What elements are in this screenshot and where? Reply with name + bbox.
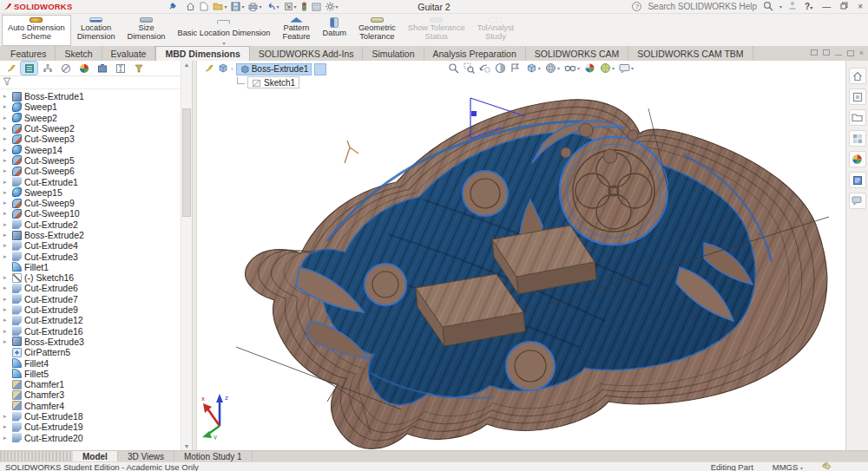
print-icon[interactable]: ▾ — [248, 3, 261, 11]
breadcrumb-body-icon[interactable] — [217, 62, 228, 75]
help-menu-button[interactable]: ?▾ — [803, 2, 814, 11]
tree-item[interactable]: ▸ Chamfer3 — [3, 389, 180, 400]
hide-show-items-icon[interactable]: ▾ — [564, 62, 580, 74]
ribbon-button[interactable]: Geometric Tolerance ▾ — [352, 15, 402, 46]
tree-item[interactable]: ▸ Cut-Sweep6 — [3, 166, 180, 176]
feature-manager-tree-icon[interactable] — [3, 62, 19, 75]
tree-item[interactable]: ▸ Boss-Extrude1 — [3, 91, 180, 101]
tree-item[interactable]: ▸ Cut-Extrude7 — [3, 294, 180, 304]
display-style-caret-icon[interactable]: ▾ — [557, 65, 560, 71]
tree-item[interactable]: ▸ Sweep1 — [3, 101, 180, 112]
zoom-to-area-icon[interactable] — [464, 62, 475, 74]
display-style-icon[interactable]: ▾ — [545, 62, 560, 74]
undo-caret-icon[interactable]: ▾ — [277, 3, 279, 10]
tree-item[interactable]: ▸ Cut-Sweep10 — [3, 208, 180, 219]
tree-expand-arrow-icon[interactable]: ▸ — [3, 103, 10, 110]
hide-show-caret-icon[interactable]: ▾ — [577, 65, 580, 71]
user-icon[interactable] — [788, 1, 797, 12]
command-tab[interactable]: SOLIDWORKS CAM TBM — [628, 46, 753, 61]
zoom-to-fit-icon[interactable] — [448, 62, 459, 74]
tree-expand-arrow-icon[interactable]: ▸ — [3, 125, 10, 132]
open-caret-icon[interactable]: ▾ — [224, 3, 227, 10]
view-orientation-caret-icon[interactable]: ▾ — [538, 65, 541, 71]
ribbon-button[interactable]: Show Tolerance Status ▾ — [402, 15, 471, 46]
doc-window-icon[interactable] — [823, 49, 830, 56]
ribbon-button[interactable]: Size Dimension ▾ — [122, 15, 172, 46]
save-caret-icon[interactable]: ▾ — [241, 3, 244, 10]
tree-item[interactable]: ▸ Cut-Extrude3 — [3, 251, 180, 261]
tree-item[interactable]: ▸ Fillet1 — [3, 262, 180, 272]
tree-item[interactable]: ▸ Cut-Sweep5 — [3, 155, 180, 166]
tree-item[interactable]: ▸ Boss-Extrude3 — [3, 337, 180, 347]
tree-expand-arrow-icon[interactable]: ▸ — [3, 296, 10, 303]
command-tab[interactable]: MBD Dimensions — [155, 46, 249, 61]
ribbon-button-caret-icon[interactable]: ▾ — [222, 42, 225, 45]
tree-expand-arrow-icon[interactable]: ▸ — [3, 328, 10, 335]
undo-icon[interactable]: ▾ — [266, 3, 279, 11]
tree-expand-arrow-icon[interactable]: ▸ — [3, 210, 10, 217]
tree-item[interactable]: ▸ (-) Sketch16 — [3, 272, 180, 283]
scroll-up-icon[interactable]: ▲ — [181, 62, 192, 68]
taskpane-forum-icon[interactable] — [849, 193, 866, 209]
new-document-icon[interactable] — [200, 2, 208, 11]
pin-icon[interactable] — [169, 2, 177, 11]
display-manager-icon[interactable] — [76, 62, 92, 75]
breadcrumb-part-icon[interactable] — [204, 63, 214, 75]
file-properties-icon[interactable] — [312, 3, 321, 11]
doc-close-icon[interactable]: × — [859, 49, 864, 56]
tree-expand-arrow-icon[interactable]: ▸ — [3, 413, 10, 420]
help-circle-icon[interactable]: ? — [632, 2, 641, 11]
tree-item[interactable]: ▸ Sweep2 — [3, 113, 180, 123]
apply-scene-icon[interactable]: ▾ — [600, 62, 615, 74]
breadcrumb-face-chip[interactable] — [314, 63, 326, 75]
tree-expand-arrow-icon[interactable]: ▸ — [3, 147, 10, 154]
breadcrumb-child-sketch[interactable]: Sketch1 — [247, 76, 299, 88]
tree-item[interactable]: ▸ Fillet5 — [3, 369, 180, 379]
tree-expand-arrow-icon[interactable]: ▸ — [3, 135, 10, 142]
ribbon-button[interactable]: Auto Dimension Scheme ▾ — [2, 15, 71, 46]
command-tab[interactable]: Evaluate — [102, 46, 156, 61]
units-selector[interactable]: MMGS ▾ — [773, 462, 803, 471]
tree-item[interactable]: ▸ Cut-Extrude1 — [3, 176, 180, 186]
tree-expand-arrow-icon[interactable]: ▸ — [3, 167, 10, 174]
tree-expand-arrow-icon[interactable]: ▸ — [3, 435, 10, 442]
tree-item[interactable]: ▸ Cut-Extrude4 — [3, 240, 180, 251]
search-icon[interactable] — [763, 1, 773, 13]
view-orientation-icon[interactable]: ▾ — [526, 62, 541, 74]
tree-item[interactable]: ▸ Boss-Extrude2 — [3, 230, 180, 240]
tree-expand-arrow-icon[interactable]: ▸ — [3, 221, 10, 228]
tree-expand-arrow-icon[interactable]: ▸ — [3, 423, 10, 430]
open-icon[interactable]: ▾ — [213, 2, 227, 11]
doc-minimize-icon[interactable] — [835, 55, 842, 56]
cam-operation-icon[interactable] — [112, 62, 128, 75]
tree-item[interactable]: ▸ Chamfer1 — [3, 379, 180, 389]
taskpane-file-explorer-icon[interactable] — [849, 109, 866, 126]
tree-item[interactable]: ▸ Cut-Extrude16 — [3, 326, 180, 337]
rebuild-icon[interactable] — [301, 2, 307, 11]
previous-view-icon[interactable] — [479, 62, 490, 74]
tree-item[interactable]: ▸ Chamfer4 — [3, 401, 180, 411]
command-tab[interactable]: Simulation — [363, 46, 424, 61]
taskpane-home-icon[interactable] — [849, 68, 866, 84]
breadcrumb-selected-feature[interactable]: Boss-Extrude1 — [236, 63, 312, 75]
tree-expand-arrow-icon[interactable]: ▸ — [3, 242, 10, 249]
bottom-tab[interactable]: Model — [73, 451, 118, 461]
command-tab[interactable]: SOLIDWORKS CAM — [526, 46, 628, 61]
tree-expand-arrow-icon[interactable]: ▸ — [3, 317, 10, 324]
ribbon-button[interactable]: TolAnalyst Study ▾ — [471, 15, 520, 46]
close-button[interactable]: × — [856, 2, 865, 11]
tree-item[interactable]: ▸ Sweep14 — [3, 144, 180, 154]
tree-item[interactable]: ▸ Cut-Extrude18 — [3, 411, 180, 422]
search-help-input[interactable]: Search SOLIDWORKS Help — [648, 2, 757, 11]
dynamic-annotation-icon[interactable] — [510, 62, 522, 74]
tree-item[interactable]: ▸ Cut-Sweep3 — [3, 134, 180, 144]
tree-item[interactable]: ▸ Cut-Extrude9 — [3, 304, 180, 315]
command-tab[interactable]: Sketch — [56, 46, 102, 61]
taskpane-appearances-icon[interactable] — [849, 151, 866, 167]
tree-item[interactable]: ▸ Cut-Extrude20 — [3, 433, 180, 443]
restore-button[interactable] — [838, 2, 850, 11]
tree-expand-arrow-icon[interactable]: ▸ — [3, 274, 10, 281]
command-tab[interactable]: SOLIDWORKS Add-Ins — [250, 46, 364, 61]
save-icon[interactable]: ▾ — [231, 2, 244, 11]
ribbon-button[interactable]: Pattern Feature ▾ — [276, 15, 316, 46]
